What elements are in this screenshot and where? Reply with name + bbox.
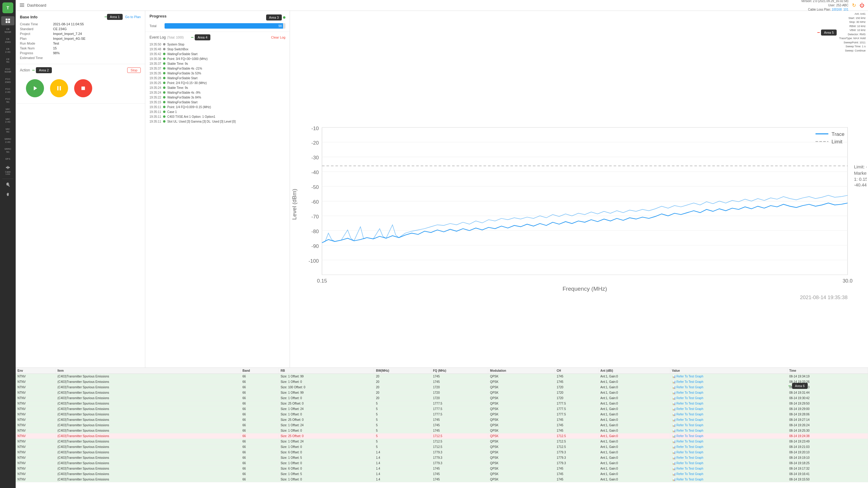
table-cell: Ant:1, Gain:0 bbox=[598, 444, 670, 450]
table-cell: (C403)Transmitter Spurious Emissions bbox=[56, 433, 241, 439]
refer-link[interactable]: Refer To Test Graph bbox=[672, 380, 704, 384]
table-cell: 1777.5 bbox=[555, 412, 598, 417]
refer-link[interactable]: Refer To Test Graph bbox=[672, 472, 704, 476]
table-cell: 1745 bbox=[431, 379, 488, 385]
sidebar-item-mic-234g[interactable]: MIC234G bbox=[1, 106, 14, 116]
table-cell: NTNV bbox=[16, 406, 56, 412]
table-cell: 5 bbox=[374, 444, 431, 450]
table-cell: NTNV bbox=[16, 477, 56, 482]
pause-button[interactable] bbox=[50, 79, 68, 97]
sidebar-item-fcc-5gnr[interactable]: FCC5GNR bbox=[1, 66, 14, 75]
table-cell: QPSK bbox=[488, 406, 555, 412]
svg-text:-30: -30 bbox=[311, 155, 319, 161]
refer-link[interactable]: Refer To Test Graph bbox=[672, 396, 704, 400]
table-cell: Ant:1, Gain:0 bbox=[598, 477, 670, 482]
table-cell: 1.4 bbox=[374, 461, 431, 466]
table-cell: (C403)Transmitter Spurious Emissions bbox=[56, 439, 241, 444]
refer-link[interactable]: Refer To Test Graph bbox=[672, 413, 704, 416]
sidebar-item-dfs[interactable]: DFS bbox=[1, 156, 14, 162]
sidebar-item-ce-5gnr[interactable]: CE5GNR bbox=[1, 26, 14, 35]
refer-link[interactable]: Refer To Test Graph bbox=[672, 386, 704, 389]
sidebar-item-ce-234g[interactable]: CE234G bbox=[1, 36, 14, 45]
event-log-item: 19:35:11Slot UL: Used [3] Gamma [3] DL: … bbox=[150, 119, 285, 124]
refer-link[interactable]: Refer To Test Graph bbox=[672, 418, 704, 421]
cable-loss-link[interactable]: 100168_101 bbox=[832, 8, 848, 11]
table-row: NTNV(C403)Transmitter Spurious Emissions… bbox=[16, 406, 868, 412]
refresh-icon[interactable]: ↻ bbox=[852, 2, 856, 8]
refer-link[interactable]: Refer To Test Graph bbox=[672, 434, 704, 438]
refer-link[interactable]: Refer To Test Graph bbox=[672, 407, 704, 411]
refer-link[interactable]: Refer To Test Graph bbox=[672, 461, 704, 465]
table-cell: Ant:1, Gain:0 bbox=[598, 455, 670, 461]
table-cell: Refer To Test Graph bbox=[670, 461, 787, 466]
table-cell: 1745 bbox=[555, 477, 598, 482]
refer-link[interactable]: Refer To Test Graph bbox=[672, 451, 704, 454]
power-icon[interactable]: ⏻ bbox=[860, 3, 864, 8]
menu-icon[interactable] bbox=[19, 2, 25, 8]
refer-link[interactable]: Refer To Test Graph bbox=[672, 424, 704, 427]
sidebar-item-fcc-234g[interactable]: FCC234G bbox=[1, 76, 14, 85]
event-log-item: 19:35:11Case 1 bbox=[150, 110, 285, 115]
sidebar-item-srrc-24g[interactable]: SRRC2.4G bbox=[1, 136, 14, 145]
refer-link[interactable]: Refer To Test Graph bbox=[672, 402, 704, 405]
table-cell: NTNV bbox=[16, 455, 56, 461]
table-cell: Size: 1 Offset: 0 bbox=[278, 379, 374, 385]
refer-link[interactable]: Refer To Test Graph bbox=[672, 440, 704, 443]
clear-log-button[interactable]: Clear Log bbox=[271, 36, 285, 39]
refer-link[interactable]: Refer To Test Graph bbox=[672, 391, 704, 394]
stop-circle-button[interactable] bbox=[74, 79, 92, 97]
table-cell: 08-14 19:16:41 bbox=[787, 471, 868, 477]
table-cell: Size: 25 Offset: 0 bbox=[278, 433, 374, 439]
table-cell: 08-14 19:21:03 bbox=[787, 444, 868, 450]
svg-rect-2 bbox=[6, 21, 7, 23]
sidebar-item-tools[interactable] bbox=[1, 181, 14, 190]
stop-button[interactable]: Stop bbox=[127, 67, 141, 73]
version-info: Version: 2.0 (2021.09.29_16.02.58) User:… bbox=[801, 0, 848, 12]
sidebar-item-dashboard[interactable] bbox=[1, 16, 14, 25]
event-log-item: 19:35:37WaitingForStable 4s -21% bbox=[150, 66, 285, 71]
table-row: NTNV(C403)Transmitter Spurious Emissions… bbox=[16, 455, 868, 461]
table-cell: Refer To Test Graph bbox=[670, 444, 787, 450]
refer-link[interactable]: Refer To Test Graph bbox=[672, 429, 704, 432]
sidebar-item-mic-5g[interactable]: MIC5G bbox=[1, 126, 14, 135]
sidebar-item-ce-24g[interactable]: CE2.4G bbox=[1, 46, 14, 55]
svg-text:-100: -100 bbox=[309, 258, 319, 264]
table-cell: 1720 bbox=[555, 385, 598, 390]
sidebar-item-cable-loss[interactable]: CableLoss bbox=[1, 163, 14, 177]
table-cell: (C403)Transmitter Spurious Emissions bbox=[56, 412, 241, 417]
table-cell: 1.4 bbox=[374, 455, 431, 461]
play-button[interactable] bbox=[26, 79, 44, 97]
table-column-header: Ant (dBi) bbox=[598, 368, 670, 374]
go-to-plan-button[interactable]: Go to Plan bbox=[125, 15, 141, 19]
table-cell: QPSK bbox=[488, 428, 555, 433]
svg-rect-12 bbox=[60, 86, 61, 90]
table-cell: 20 bbox=[374, 385, 431, 390]
svg-rect-7 bbox=[20, 3, 24, 4]
table-cell: (C403)Transmitter Spurious Emissions bbox=[56, 385, 241, 390]
table-cell: 1745 bbox=[555, 423, 598, 428]
sidebar-item-srrc-5g[interactable]: SRRC5G bbox=[1, 146, 14, 155]
version-text: Version: 2.0 (2021.09.29_16.02.58) bbox=[801, 0, 848, 3]
sidebar-item-settings[interactable] bbox=[1, 190, 14, 199]
table-cell: Ant:1, Gain:0 bbox=[598, 439, 670, 444]
refer-link[interactable]: Refer To Test Graph bbox=[672, 467, 704, 470]
sidebar-item-ce-5g[interactable]: CE5G bbox=[1, 56, 14, 65]
refer-link[interactable]: Refer To Test Graph bbox=[672, 456, 704, 459]
sidebar-item-fcc-5g[interactable]: FCC5G bbox=[1, 96, 14, 105]
table-cell: 08-14 19:34:19 bbox=[787, 374, 868, 379]
table-cell: QPSK bbox=[488, 417, 555, 423]
table-cell: 1745 bbox=[431, 423, 488, 428]
table-cell: 66 bbox=[241, 477, 278, 482]
refer-link[interactable]: Refer To Test Graph bbox=[672, 375, 704, 378]
table-cell: Refer To Test Graph bbox=[670, 412, 787, 417]
sidebar-item-fcc-24g[interactable]: FCC2.4G bbox=[1, 86, 14, 95]
table-row: NTNV(C403)Transmitter Spurious Emissions… bbox=[16, 417, 868, 423]
top-content: Base Info Area 1 Go to Plan Create Time2… bbox=[16, 11, 868, 367]
svg-text:-80: -80 bbox=[311, 229, 319, 234]
sidebar-item-mic-24g[interactable]: MIC2.4G bbox=[1, 116, 14, 125]
table-row: NTNV(C403)Transmitter Spurious Emissions… bbox=[16, 477, 868, 482]
svg-rect-9 bbox=[20, 6, 24, 7]
refer-link[interactable]: Refer To Test Graph bbox=[672, 478, 704, 481]
table-cell: 5 bbox=[374, 428, 431, 433]
refer-link[interactable]: Refer To Test Graph bbox=[672, 445, 704, 449]
